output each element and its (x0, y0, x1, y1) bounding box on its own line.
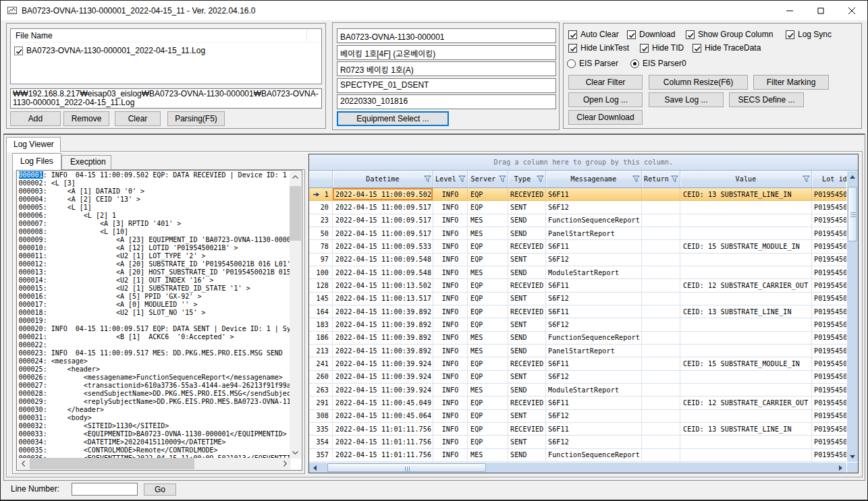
grid-cell[interactable]: 357 (309, 449, 333, 462)
grid-cell[interactable]: EQP (468, 357, 508, 370)
grid-cell[interactable]: ModuleStartReport (546, 384, 642, 396)
grid-cell[interactable] (642, 318, 680, 331)
grid-cell[interactable]: INFO (433, 436, 468, 448)
grid-cell[interactable]: MES (468, 227, 508, 240)
filter-icon[interactable] (424, 175, 431, 183)
log-line[interactable]: 000012: <A [20] SUBSTRATE_ID 'P019545002… (18, 260, 290, 268)
grid-cell[interactable]: INFO (433, 214, 468, 227)
secs-define-button[interactable]: SECS Define ... (729, 92, 804, 107)
grid-cell[interactable]: INFO (433, 305, 468, 318)
grid-cell[interactable]: S6F11 (546, 279, 642, 292)
grid-cell[interactable] (642, 214, 680, 227)
grid-cell[interactable]: FunctionSequenceReport (546, 214, 642, 227)
grid-cell[interactable] (642, 449, 680, 462)
checkbox-box[interactable] (786, 30, 794, 39)
grid-cell[interactable]: INFO (433, 266, 468, 279)
column-header-messagename[interactable]: Messagename (546, 171, 642, 187)
grid-cell[interactable]: RECEVIED (508, 396, 546, 409)
grid-row[interactable]: 1282022-04-15 11:00:13.502INFOEQPRECEVIE… (309, 279, 858, 292)
grid-cell[interactable]: RECEVIED (508, 240, 546, 253)
file-item-checkbox[interactable] (14, 47, 23, 55)
grid-cell[interactable]: RECEVIED (508, 188, 546, 201)
scroll-up-icon[interactable] (290, 171, 301, 183)
equipment-line-field[interactable]: R0723 베이킹 1호(A) (337, 61, 556, 76)
scroll-right-icon[interactable] (279, 458, 291, 469)
grid-cell[interactable]: INFO (433, 201, 468, 214)
grid-row[interactable]: 2412022-04-15 11:00:39.924INFOEQPRECEVIE… (309, 357, 858, 370)
grid-row[interactable]: 3572022-04-15 11:01:11.756INFOMESSENDFun… (309, 449, 858, 462)
grid-cell[interactable]: EQP (468, 305, 508, 318)
grid-cell[interactable]: EQP (468, 371, 508, 384)
log-line[interactable]: 000006: <L [2] 1 (18, 212, 290, 220)
log-line[interactable]: 000027: <transactionid>610a3736-55a3-414… (18, 382, 290, 390)
grid-cell[interactable] (680, 384, 812, 396)
column-resize-button[interactable]: Column Resize(F6) (649, 75, 748, 90)
grid-cell[interactable]: 2022-04-15 11:01:11.756 (333, 436, 433, 448)
grid-cell[interactable]: S6F11 (546, 305, 642, 318)
log-line[interactable]: 000025: <header> (18, 365, 290, 374)
grid-cell[interactable] (680, 266, 812, 279)
log-line[interactable]: 000016: <A [5] PPID 'GX-92' > (18, 293, 290, 301)
checkbox-box[interactable] (627, 30, 636, 39)
grid-cell[interactable]: EQP (468, 254, 508, 266)
grid-cell[interactable]: INFO (433, 357, 468, 370)
grid-cell[interactable]: INFO (433, 423, 468, 436)
grid-cell[interactable]: 2022-04-15 11:00:39.892 (333, 305, 433, 318)
add-button[interactable]: Add (10, 111, 61, 126)
grid-cell[interactable]: EQP (468, 396, 508, 409)
log-line[interactable]: 000019: (18, 317, 290, 325)
filter-icon[interactable] (632, 175, 640, 183)
grid-cell[interactable]: 100 (309, 266, 333, 279)
grid-cell[interactable] (642, 305, 680, 318)
log-line[interactable]: 000017: <A [0] MODULEID '' > (18, 301, 290, 309)
grid-cell[interactable]: S6F11 (546, 240, 642, 253)
grid-cell[interactable]: INFO (433, 396, 468, 409)
grid-cell[interactable] (642, 254, 680, 266)
log-line[interactable]: 000009: <A [23] EQUIPMENT_ID 'BA0723-OVN… (18, 236, 290, 244)
grid-cell[interactable]: MES (468, 384, 508, 396)
checkbox-box[interactable] (640, 44, 649, 53)
grid-cell[interactable] (642, 423, 680, 436)
line-number-input[interactable] (72, 483, 138, 496)
grid-cell[interactable] (680, 345, 812, 357)
file-list-item[interactable]: BA0723-OVNA-1130-000001_2022-04-15_11.Lo… (14, 46, 205, 55)
log-line[interactable]: 000030: </header> (18, 406, 290, 414)
filter-icon[interactable] (458, 175, 466, 183)
grid-row[interactable]: 232022-04-15 11:00:09.517INFOMESSENDFunc… (309, 214, 858, 227)
grid-cell[interactable]: SENT (508, 318, 546, 331)
grid-row[interactable]: 1832022-04-15 11:00:39.892INFOEQPSENTS6F… (309, 318, 858, 331)
grid-cell[interactable]: 2022-04-15 11:00:09.502 (333, 188, 433, 201)
log-vscrollbar[interactable] (290, 171, 301, 459)
grid-cell[interactable]: EQP (468, 279, 508, 292)
grid-cell[interactable]: S6F11 (546, 423, 642, 436)
grid-cell[interactable]: EQP (468, 201, 508, 214)
grid-cell[interactable]: S6F12 (546, 410, 642, 423)
log-line[interactable]: 000005: <L [1] (18, 204, 290, 212)
grid-cell[interactable]: 50 (309, 227, 333, 240)
log-line[interactable]: 000023: INFO 04-15 11:00:09.517 MES: DD.… (18, 349, 290, 357)
scroll-left-icon[interactable] (18, 458, 29, 469)
grid-cell[interactable]: S6F12 (546, 436, 642, 448)
log-line[interactable]: 000026: <messagename>FunctionSequenceRep… (18, 374, 290, 382)
grid-scroll-up-icon[interactable] (847, 171, 858, 183)
grid-cell[interactable]: 2022-04-15 11:00:39.892 (333, 318, 433, 331)
grid-cell[interactable]: RECEVIED (508, 279, 546, 292)
grid-cell[interactable]: 308 (309, 410, 333, 423)
log-hscroll-thumb[interactable] (30, 458, 194, 469)
close-button[interactable] (836, 1, 867, 20)
grid-cell[interactable]: PanelStartReport (546, 227, 642, 240)
log-line[interactable]: 000001: INFO 04-15 11:00:09.502 EQP: DAT… (18, 171, 290, 179)
grid-cell[interactable]: 2022-04-15 11:00:45.064 (333, 410, 433, 423)
grid-row[interactable]: 1452022-04-15 11:00:13.517INFOEQPSENTS6F… (309, 293, 858, 305)
grid-scroll-right-icon[interactable] (835, 463, 846, 473)
grid-cell[interactable] (642, 357, 680, 370)
filter-icon[interactable] (499, 175, 506, 183)
grid-cell[interactable]: 2022-04-15 11:00:45.049 (333, 396, 433, 409)
grid-cell[interactable]: MES (468, 449, 508, 462)
equipment-id-field[interactable]: BA0723-OVNA-1130-000001 (337, 28, 556, 43)
grid-scroll-down-icon[interactable] (847, 451, 858, 463)
grid-cell[interactable]: EQP (468, 293, 508, 305)
grid-vscroll-thumb[interactable] (848, 187, 857, 241)
grid-cell[interactable]: INFO (433, 384, 468, 396)
open-log-button[interactable]: Open Log ... (568, 92, 643, 107)
